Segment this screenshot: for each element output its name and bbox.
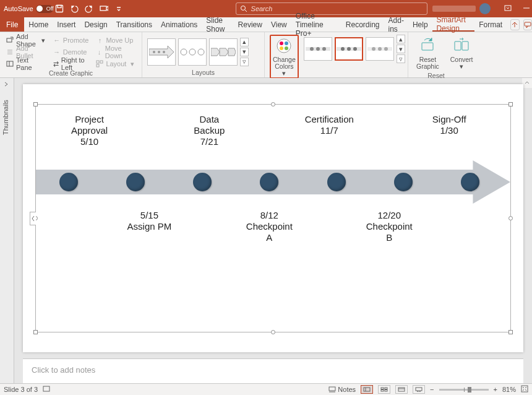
smartart-selection-frame[interactable]: ProjectApproval5/10 DataBackup7/21 Certi… [35, 104, 511, 332]
svg-point-35 [384, 47, 388, 51]
autosave-control[interactable]: AutoSave Off [0, 5, 51, 13]
autosave-state: Off [46, 6, 54, 12]
start-from-beginning-icon[interactable] [99, 4, 109, 14]
chevron-right-icon[interactable] [2, 80, 10, 88]
milestone-dot[interactable] [461, 173, 479, 191]
change-colors-button[interactable]: ChangeColors ▾ [270, 35, 299, 79]
thumbnails-pane-collapsed[interactable]: Thumbnails [0, 78, 14, 383]
tab-review[interactable]: Review [234, 17, 267, 32]
tab-recording[interactable]: Recording [341, 17, 384, 32]
milestone-dot[interactable] [126, 173, 145, 191]
resize-handle[interactable] [33, 330, 38, 334]
convert-button[interactable]: Convert▾ [447, 35, 476, 72]
layout-thumb-2[interactable] [178, 38, 207, 66]
tab-insert[interactable]: Insert [53, 17, 80, 32]
svg-rect-11 [97, 64, 99, 67]
resize-handle[interactable] [33, 102, 38, 106]
undo-icon[interactable] [69, 4, 79, 14]
tab-transitions[interactable]: Transitions [112, 17, 157, 32]
zoom-slider-thumb[interactable] [468, 387, 471, 393]
svg-point-22 [280, 46, 283, 50]
zoom-out-button[interactable]: − [430, 386, 434, 393]
timeline-top-labels: ProjectApproval5/10 DataBackup7/21 Certi… [59, 114, 479, 147]
svg-point-25 [310, 47, 314, 51]
zoom-percent[interactable]: 81% [502, 386, 516, 393]
gallery-more-icon[interactable]: ▿ [240, 58, 249, 66]
svg-point-3 [241, 6, 245, 11]
tab-add-ins[interactable]: Add-ins [384, 17, 408, 32]
svg-point-29 [341, 47, 345, 51]
resize-handle[interactable] [508, 330, 513, 334]
tab-smartart-design[interactable]: SmartArt Design [432, 17, 475, 32]
comments-button[interactable] [523, 19, 532, 30]
zoom-in-button[interactable]: + [494, 386, 497, 393]
resize-handle[interactable] [271, 330, 275, 334]
move-up-icon: ↑ [96, 37, 103, 44]
style-thumb-1[interactable] [304, 37, 332, 61]
style-thumb-3[interactable] [366, 37, 394, 61]
text-pane-toggle[interactable] [30, 212, 36, 225]
svg-point-20 [280, 41, 283, 45]
zoom-slider[interactable] [439, 389, 489, 391]
svg-rect-37 [455, 41, 461, 50]
slide-sorter-view-button[interactable] [378, 385, 390, 394]
ms-label: ProjectApproval5/10 [59, 114, 119, 147]
move-down-button: ↓Move Down [95, 46, 137, 58]
reset-graphic-button[interactable]: ResetGraphic [413, 35, 442, 72]
accessibility-icon[interactable] [43, 385, 50, 394]
tab-design[interactable]: Design [80, 17, 111, 32]
add-bullet-icon [6, 48, 14, 56]
redo-icon[interactable] [84, 4, 94, 14]
svg-rect-1 [58, 6, 61, 8]
milestone-dot[interactable] [260, 173, 278, 191]
normal-view-button[interactable] [361, 385, 373, 394]
minimize-icon[interactable] [523, 4, 530, 13]
group-layouts: ▴ ▾ ▿ Layouts [142, 32, 265, 77]
layouts-gallery[interactable]: ▴ ▾ ▿ [147, 38, 249, 66]
save-icon[interactable] [54, 4, 64, 14]
gallery-down-icon[interactable]: ▾ [240, 48, 249, 56]
ms-label: Sign-Off1/30 [419, 114, 479, 147]
milestone-dot[interactable] [394, 173, 413, 191]
qat-dropdown-icon[interactable] [114, 4, 124, 14]
milestone-dot[interactable] [193, 173, 212, 191]
thumbnails-label: Thumbnails [2, 100, 9, 135]
scroll-up-icon[interactable] [522, 78, 532, 88]
gallery-up-icon[interactable]: ▴ [240, 38, 249, 46]
reading-view-button[interactable] [395, 385, 408, 394]
right-to-left-button[interactable]: ⇄Right to Left [52, 58, 90, 69]
gallery-more-icon[interactable]: ▿ [397, 54, 405, 63]
notes-toggle[interactable]: Notes [328, 386, 356, 393]
text-pane-button[interactable]: Text Pane [5, 58, 47, 69]
ribbon-display-icon[interactable] [504, 4, 512, 13]
resize-handle[interactable] [508, 216, 513, 220]
layout-thumb-3[interactable] [209, 38, 238, 66]
tab-file[interactable]: File [0, 17, 24, 32]
slide-canvas[interactable]: ProjectApproval5/10 DataBackup7/21 Certi… [23, 84, 523, 352]
account-info[interactable] [427, 3, 496, 14]
fit-to-window-button[interactable] [521, 385, 528, 394]
slide-show-button[interactable] [413, 385, 425, 394]
layout-thumb-1[interactable] [147, 38, 176, 66]
svg-rect-2 [100, 6, 106, 11]
svg-point-14 [158, 51, 160, 53]
style-thumb-2[interactable] [335, 37, 363, 61]
styles-gallery[interactable]: ▴ ▾ ▿ [304, 35, 405, 63]
timeline-smartart[interactable]: ProjectApproval5/10 DataBackup7/21 Certi… [36, 160, 510, 204]
tab-format[interactable]: Format [474, 17, 507, 32]
tab-help[interactable]: Help [408, 17, 432, 32]
svg-rect-8 [7, 61, 13, 66]
tab-view[interactable]: View [267, 17, 291, 32]
tab-slide-show[interactable]: Slide Show [202, 17, 233, 32]
resize-handle[interactable] [508, 102, 513, 106]
gallery-down-icon[interactable]: ▾ [397, 45, 405, 53]
tab-home[interactable]: Home [24, 17, 53, 32]
milestone-dot[interactable] [59, 173, 78, 191]
tab-office-timeline[interactable]: Office Timeline Pro+ [291, 17, 341, 32]
share-button[interactable] [510, 19, 519, 30]
milestone-dot[interactable] [327, 173, 346, 191]
resize-handle[interactable] [271, 102, 275, 106]
notes-pane[interactable]: Click to add notes [23, 358, 523, 383]
tab-animations[interactable]: Animations [157, 17, 202, 32]
gallery-up-icon[interactable]: ▴ [397, 35, 405, 43]
